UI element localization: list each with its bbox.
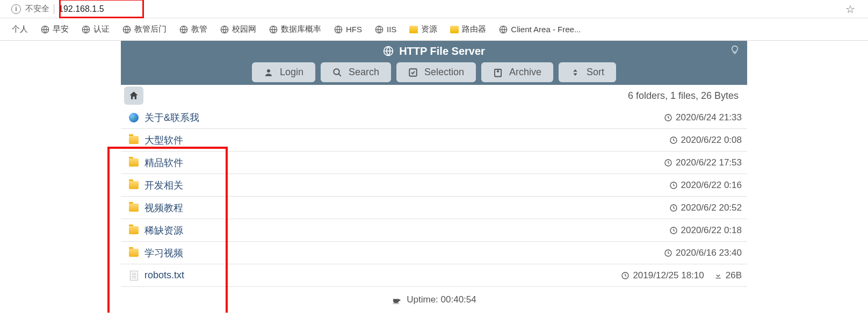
bookmark-item[interactable]: 认证 [76, 22, 115, 37]
security-label: 不安全 [25, 4, 49, 14]
file-row[interactable]: robots.txt2019/12/25 18:1026B [121, 264, 747, 287]
hfs-header: HTTP File Server Login Search Selection … [121, 41, 747, 85]
item-name: 视频教程 [144, 201, 183, 214]
globe-icon [375, 25, 384, 34]
file-list: 关于&联系我2020/6/24 21:33大型软件2020/6/22 0:08精… [121, 106, 747, 287]
bookmark-item[interactable]: 校园网 [215, 22, 262, 37]
folder-row[interactable]: 视频教程2020/6/2 20:52 [121, 197, 747, 219]
separator [54, 4, 54, 14]
bookmark-item[interactable]: 个人 [6, 22, 33, 37]
archive-label: Archive [509, 67, 541, 78]
sort-icon [570, 68, 580, 77]
hfs-title: HTTP File Server [121, 43, 747, 59]
folder-row[interactable]: 开发相关2020/6/22 0:16 [121, 174, 747, 197]
bookmark-label: 教管后门 [134, 24, 167, 34]
item-name: 开发相关 [144, 179, 183, 192]
folder-icon [409, 25, 418, 34]
bookmark-item[interactable]: 教管 [174, 22, 213, 37]
address-field[interactable]: i 不安全 192.168.1.5 [4, 2, 837, 17]
item-name: 稀缺资源 [144, 224, 183, 237]
bookmark-item[interactable]: 路由器 [445, 22, 491, 37]
folder-row[interactable]: 关于&联系我2020/6/24 21:33 [121, 106, 747, 129]
folder-icon [129, 226, 139, 234]
selection-button[interactable]: Selection [396, 62, 476, 82]
hfs-app: HTTP File Server Login Search Selection … [121, 41, 747, 313]
item-name: 大型软件 [144, 134, 183, 147]
sort-button[interactable]: Sort [559, 62, 616, 82]
stats-text: 6 folders, 1 files, 26 Bytes [628, 90, 744, 102]
globe-icon [122, 25, 131, 34]
globe-icon [41, 25, 49, 34]
home-icon [128, 90, 139, 101]
folder-row[interactable]: 学习视频2020/6/16 23:40 [121, 242, 747, 264]
bookmarks-bar: 个人早安认证教管后门教管校园网数据库概率HFSIIS资源路由器Client Ar… [0, 18, 868, 41]
bookmark-item[interactable]: 资源 [404, 22, 443, 37]
item-time: 2020/6/22 0:18 [669, 225, 742, 236]
selection-label: Selection [424, 67, 464, 78]
login-label: Login [280, 67, 303, 78]
bookmark-item[interactable]: Client Area - Free... [494, 23, 586, 36]
folder-icon [129, 181, 139, 189]
item-time: 2020/6/22 0:16 [669, 180, 742, 191]
footer: Uptime: 00:40:54 [121, 287, 747, 313]
globe-icon [269, 25, 278, 34]
bookmark-label: 资源 [421, 24, 437, 34]
item-time: 2020/6/16 23:40 [664, 248, 742, 258]
bookmark-item[interactable]: 数据库概率 [264, 22, 327, 37]
svg-point-10 [267, 69, 270, 73]
item-name: 学习视频 [144, 247, 183, 259]
item-time: 2019/12/25 18:10 [621, 270, 704, 281]
coffee-icon [392, 295, 401, 305]
url-text: 192.168.1.5 [59, 4, 104, 14]
search-button[interactable]: Search [321, 62, 391, 82]
bookmark-item[interactable]: 教管后门 [117, 22, 172, 37]
globe-icon [129, 113, 139, 122]
globe-icon [499, 25, 508, 34]
check-square-icon [408, 68, 418, 77]
file-icon [130, 271, 138, 280]
folder-row[interactable]: 大型软件2020/6/22 0:08 [121, 129, 747, 151]
bookmark-label: Client Area - Free... [511, 25, 581, 34]
folder-row[interactable]: 精品软件2020/6/22 17:53 [121, 151, 747, 174]
folder-icon [129, 204, 139, 212]
bookmark-label: 认证 [93, 24, 110, 34]
globe-icon [383, 46, 394, 56]
globe-icon [179, 25, 188, 34]
uptime-text: Uptime: 00:40:54 [407, 294, 476, 305]
folder-row[interactable]: 稀缺资源2020/6/22 0:18 [121, 219, 747, 242]
search-label: Search [349, 67, 379, 78]
bookmark-label: 校园网 [232, 24, 256, 34]
archive-button[interactable]: Archive [481, 62, 553, 82]
bookmark-label: IIS [387, 25, 396, 34]
bookmark-label: 早安 [53, 24, 69, 34]
bookmark-item[interactable]: 早安 [35, 22, 74, 37]
item-size: 26B [714, 270, 742, 281]
browser-address-bar: i 不安全 192.168.1.5 ☆ [0, 0, 868, 18]
bookmark-star-icon[interactable]: ☆ [845, 3, 855, 16]
folder-icon [129, 249, 139, 257]
hfs-title-text: HTTP File Server [399, 45, 485, 57]
item-name: 精品软件 [144, 156, 183, 169]
bookmark-label: 数据库概率 [281, 24, 321, 34]
folder-icon [129, 136, 139, 144]
bookmark-label: 路由器 [462, 24, 486, 34]
home-button[interactable] [124, 86, 143, 105]
bookmark-item[interactable]: IIS [370, 23, 402, 36]
bookmark-item[interactable]: HFS [329, 23, 367, 36]
lightbulb-icon[interactable] [730, 45, 740, 57]
bookmark-label: 教管 [191, 24, 207, 34]
info-icon: i [11, 4, 21, 14]
login-button[interactable]: Login [252, 62, 315, 82]
globe-icon [82, 25, 90, 34]
globe-icon [220, 25, 229, 34]
item-time: 2020/6/22 17:53 [664, 157, 742, 168]
sort-label: Sort [587, 67, 604, 78]
bookmark-label: HFS [346, 25, 362, 34]
svg-point-11 [334, 69, 339, 75]
search-icon [332, 68, 342, 77]
item-time: 2020/6/2 20:52 [669, 203, 742, 213]
item-name: 关于&联系我 [144, 111, 199, 124]
globe-icon [334, 25, 343, 34]
archive-icon [493, 68, 503, 77]
breadcrumb: 6 folders, 1 files, 26 Bytes [121, 85, 747, 106]
